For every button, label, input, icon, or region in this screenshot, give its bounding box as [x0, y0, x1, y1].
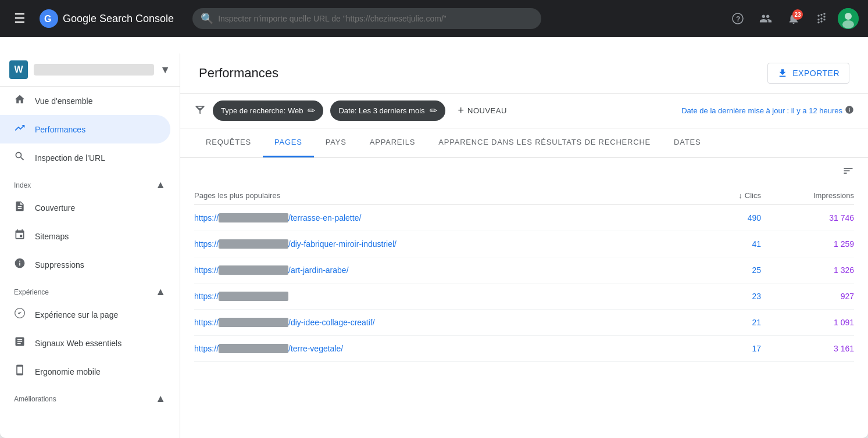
tab-dates[interactable]: DATES	[662, 128, 712, 157]
sidebar-section-ameliorations-label: Améliorations	[14, 395, 56, 403]
tabs-container: REQUÊTES PAGES PAYS APPAREILS APPARENCE …	[180, 128, 868, 158]
table-row: https:///diy-idee-collage-creatif/ 21 1 …	[194, 310, 854, 336]
property-dropdown-icon[interactable]: ▼	[160, 64, 170, 76]
table-cell-impressions: 1 091	[761, 318, 854, 327]
ameliorations-section-collapse-icon[interactable]: ▲	[155, 393, 166, 405]
search-container: 🔍	[192, 8, 541, 29]
redacted-domain	[219, 318, 288, 327]
search-nav-icon	[14, 150, 26, 165]
sidebar-item-performances[interactable]: Performances	[0, 115, 170, 143]
sitemaps-icon	[14, 229, 26, 243]
tab-requetes[interactable]: REQUÊTES	[194, 128, 263, 157]
sidebar-item-suppressions[interactable]: Suppressions	[0, 250, 170, 279]
date-chip[interactable]: Date: Les 3 derniers mois ✏	[330, 100, 445, 121]
users-icon[interactable]	[754, 7, 777, 30]
table-cell-clics: 490	[691, 213, 761, 222]
property-name-redacted	[34, 64, 154, 76]
sidebar-item-overview-label: Vue d'ensemble	[35, 96, 92, 106]
sidebar-item-suppressions-label: Suppressions	[35, 260, 84, 270]
notification-count: 23	[792, 9, 803, 20]
tab-pays[interactable]: PAYS	[314, 128, 358, 157]
app-logo-text: Google Search Console	[63, 13, 174, 25]
svg-text:G: G	[44, 14, 51, 24]
col-clics-header[interactable]: ↓ Clics	[691, 191, 761, 200]
page-title: Performances	[199, 66, 278, 81]
notifications-button[interactable]: 23	[782, 7, 805, 30]
sidebar-item-sitemaps[interactable]: Sitemaps	[0, 222, 170, 250]
sidebar-section-experience[interactable]: Expérience ▲	[0, 279, 180, 300]
sidebar-item-page-experience-label: Expérience sur la page	[35, 310, 118, 319]
pages-populaires-label: Pages les plus populaires	[194, 191, 280, 200]
mobile-icon	[14, 364, 26, 379]
sidebar-section-index[interactable]: Index ▲	[0, 172, 180, 193]
user-avatar[interactable]	[838, 8, 859, 29]
col-impressions-header: Impressions	[761, 191, 854, 200]
date-info: Date de la dernière mise à jour : il y a…	[681, 105, 854, 117]
trending-up-icon	[14, 122, 26, 137]
redacted-domain	[219, 292, 288, 301]
table-cell-page: https:///art-jardin-arabe/	[194, 265, 691, 275]
sidebar-section-experience-label: Expérience	[14, 288, 49, 296]
main-layout: W ▼ Vue d'ensemble Performances	[0, 53, 868, 438]
table-cell-page: https://	[194, 292, 691, 301]
table-cell-clics: 41	[691, 239, 761, 249]
table-row: https:///terre-vegetale/ 17 3 161	[194, 336, 854, 362]
table-cell-page: https:///terre-vegetale/	[194, 344, 691, 353]
table-header: Pages les plus populaires ↓ Clics Impres…	[194, 186, 854, 205]
couverture-icon	[14, 200, 26, 215]
sidebar-item-couverture[interactable]: Couverture	[0, 193, 170, 222]
search-icon: 🔍	[201, 12, 213, 25]
tab-apparence[interactable]: APPARENCE DANS LES RÉSULTATS DE RECHERCH…	[427, 128, 662, 157]
table-cell-page: https:///terrasse-en-palette/	[194, 213, 691, 222]
svg-point-5	[845, 13, 852, 20]
table-row: https:///art-jardin-arabe/ 25 1 326	[194, 257, 854, 283]
table-cell-impressions: 927	[761, 292, 854, 301]
topbar-actions: ? 23	[726, 7, 859, 30]
main-content: Performances EXPORTER Type de recherche:…	[180, 53, 868, 438]
index-section-collapse-icon[interactable]: ▲	[155, 179, 166, 191]
help-button[interactable]: ?	[726, 7, 749, 30]
app-logo: G Google Search Console	[40, 9, 174, 28]
table-row: https:///diy-fabriquer-miroir-industriel…	[194, 231, 854, 257]
sidebar-item-page-experience[interactable]: Expérience sur la page	[0, 300, 170, 329]
apps-grid-button[interactable]	[810, 7, 833, 30]
export-button[interactable]: EXPORTER	[767, 63, 849, 84]
tab-pages[interactable]: PAGES	[263, 128, 314, 157]
tab-appareils[interactable]: APPAREILS	[358, 128, 427, 157]
table-cell-clics: 23	[691, 292, 761, 301]
sidebar-item-couverture-label: Couverture	[35, 203, 75, 213]
google-logo-icon: G	[40, 9, 58, 28]
search-type-edit-icon: ✏	[308, 105, 315, 116]
sidebar-item-web-vitals[interactable]: Signaux Web essentiels	[0, 329, 170, 357]
date-info-help-icon[interactable]	[845, 105, 854, 117]
sidebar-item-sitemaps-label: Sitemaps	[35, 232, 69, 241]
table-cell-impressions: 1 259	[761, 239, 854, 249]
search-type-chip[interactable]: Type de recherche: Web ✏	[213, 100, 323, 121]
date-info-text: Date de la dernière mise à jour : il y a…	[681, 106, 842, 115]
sidebar-item-url-inspection[interactable]: Inspection de l'URL	[0, 143, 170, 172]
table-container: Pages les plus populaires ↓ Clics Impres…	[180, 186, 868, 362]
page-experience-icon	[14, 307, 26, 322]
menu-icon[interactable]: ☰	[9, 6, 30, 31]
redacted-domain	[219, 344, 288, 353]
property-selector[interactable]: W ▼	[0, 53, 180, 87]
sidebar-item-overview[interactable]: Vue d'ensemble	[0, 87, 170, 115]
col-page-header: Pages les plus populaires	[194, 191, 691, 200]
filter-icon[interactable]	[194, 103, 206, 118]
add-filter-button[interactable]: + NOUVEAU	[452, 101, 513, 120]
table-cell-impressions: 1 326	[761, 265, 854, 275]
sidebar-item-mobile-label: Ergonomie mobile	[35, 367, 101, 376]
date-edit-icon: ✏	[430, 105, 437, 116]
table-cell-clics: 21	[691, 318, 761, 327]
search-input[interactable]	[192, 8, 541, 29]
redacted-domain	[219, 213, 288, 222]
sidebar-section-ameliorations[interactable]: Améliorations ▲	[0, 386, 180, 407]
sidebar-item-url-inspection-label: Inspection de l'URL	[35, 153, 105, 163]
add-filter-label: NOUVEAU	[467, 106, 507, 115]
sidebar-item-mobile[interactable]: Ergonomie mobile	[0, 357, 170, 386]
table-filter-sort-icon[interactable]	[842, 165, 854, 179]
topbar: ☰ G Google Search Console 🔍 ?	[0, 0, 868, 37]
sidebar-section-index-label: Index	[14, 181, 31, 189]
table-toolbar	[180, 158, 868, 186]
experience-section-collapse-icon[interactable]: ▲	[155, 286, 166, 298]
